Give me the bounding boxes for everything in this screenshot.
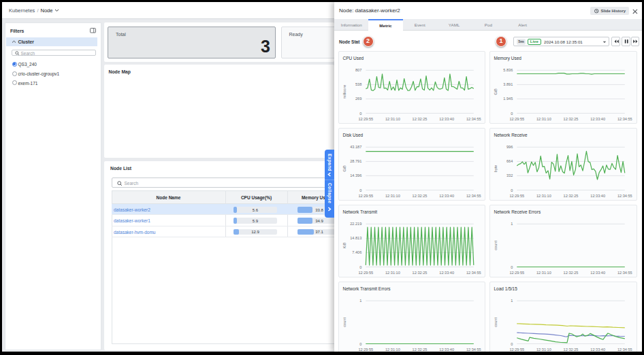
svg-text:12:34:55: 12:34:55 <box>466 194 481 198</box>
svg-text:12:34:55: 12:34:55 <box>466 271 481 275</box>
svg-text:5.836: 5.836 <box>503 68 513 72</box>
svg-text:12:33:40: 12:33:40 <box>590 117 605 121</box>
svg-text:12:33:40: 12:33:40 <box>439 194 454 198</box>
svg-text:GiB: GiB <box>494 88 498 95</box>
svg-text:12:31:10: 12:31:10 <box>385 117 400 121</box>
svg-text:0: 0 <box>359 112 361 116</box>
svg-text:0: 0 <box>359 188 361 192</box>
svg-text:GiB: GiB <box>342 165 347 172</box>
svg-text:664: 664 <box>506 159 513 163</box>
svg-text:0: 0 <box>511 342 513 346</box>
svg-text:12:29:55: 12:29:55 <box>509 348 524 352</box>
svg-text:12:32:25: 12:32:25 <box>413 194 428 198</box>
svg-text:count: count <box>494 241 498 250</box>
svg-text:807: 807 <box>355 68 361 72</box>
svg-text:12:32:25: 12:32:25 <box>413 348 428 352</box>
svg-text:12:34:55: 12:34:55 <box>617 271 632 275</box>
svg-text:12:34:55: 12:34:55 <box>617 194 632 198</box>
svg-text:28.791: 28.791 <box>350 159 361 163</box>
svg-text:0: 0 <box>511 265 513 269</box>
svg-text:12:32:25: 12:32:25 <box>413 117 428 121</box>
svg-text:12:31:10: 12:31:10 <box>536 348 551 352</box>
svg-text:12:33:40: 12:33:40 <box>439 271 454 275</box>
svg-text:12:33:40: 12:33:40 <box>439 348 454 352</box>
svg-text:43.187: 43.187 <box>350 145 361 149</box>
svg-text:332: 332 <box>506 173 513 178</box>
svg-text:12:31:10: 12:31:10 <box>385 194 400 198</box>
svg-text:12:32:25: 12:32:25 <box>564 117 579 121</box>
svg-text:7.406: 7.406 <box>352 250 361 254</box>
svg-text:1: 1 <box>511 299 513 303</box>
svg-text:count: count <box>494 318 498 327</box>
svg-text:12:29:55: 12:29:55 <box>358 194 373 198</box>
svg-text:KiB: KiB <box>342 242 347 248</box>
svg-text:12:31:10: 12:31:10 <box>385 271 400 275</box>
svg-text:0: 0 <box>359 265 361 269</box>
svg-text:996: 996 <box>506 145 513 149</box>
svg-text:22.219: 22.219 <box>350 222 361 226</box>
svg-text:12:29:55: 12:29:55 <box>509 194 524 198</box>
svg-text:3.891: 3.891 <box>503 82 513 86</box>
svg-text:1.945: 1.945 <box>503 97 513 101</box>
svg-text:12:33:40: 12:33:40 <box>439 117 454 121</box>
svg-text:12:34:55: 12:34:55 <box>466 117 481 121</box>
svg-text:269: 269 <box>355 97 361 101</box>
svg-text:12:34:55: 12:34:55 <box>617 348 632 352</box>
svg-text:1: 1 <box>359 299 361 303</box>
svg-text:538: 538 <box>355 82 361 86</box>
svg-text:12:33:40: 12:33:40 <box>590 271 605 275</box>
svg-text:12:32:25: 12:32:25 <box>564 271 579 275</box>
svg-text:1: 1 <box>511 222 513 226</box>
svg-text:12:32:25: 12:32:25 <box>413 271 428 275</box>
svg-text:12:33:40: 12:33:40 <box>590 348 605 352</box>
svg-text:byte: byte <box>494 165 498 173</box>
svg-text:12:29:55: 12:29:55 <box>358 117 373 121</box>
svg-text:12:34:55: 12:34:55 <box>617 117 632 121</box>
svg-text:millicore: millicore <box>342 85 347 99</box>
svg-text:0: 0 <box>511 188 513 192</box>
svg-text:12:33:40: 12:33:40 <box>590 194 605 198</box>
svg-text:count: count <box>342 318 347 327</box>
svg-text:12:32:25: 12:32:25 <box>564 348 579 352</box>
svg-text:12:31:10: 12:31:10 <box>536 194 551 198</box>
svg-text:12:31:10: 12:31:10 <box>536 271 551 275</box>
svg-text:12:31:10: 12:31:10 <box>385 348 400 352</box>
svg-text:12:31:10: 12:31:10 <box>536 117 551 121</box>
svg-text:12:32:25: 12:32:25 <box>564 194 579 198</box>
svg-text:12:29:55: 12:29:55 <box>509 117 524 121</box>
svg-text:14.396: 14.396 <box>350 173 361 178</box>
svg-text:0: 0 <box>359 342 361 346</box>
svg-text:12:29:55: 12:29:55 <box>358 348 373 352</box>
svg-text:12:29:55: 12:29:55 <box>358 271 373 275</box>
svg-text:12:34:55: 12:34:55 <box>466 348 481 352</box>
svg-text:14.813: 14.813 <box>350 236 361 240</box>
svg-text:12:29:55: 12:29:55 <box>509 271 524 275</box>
svg-text:0: 0 <box>511 112 513 116</box>
